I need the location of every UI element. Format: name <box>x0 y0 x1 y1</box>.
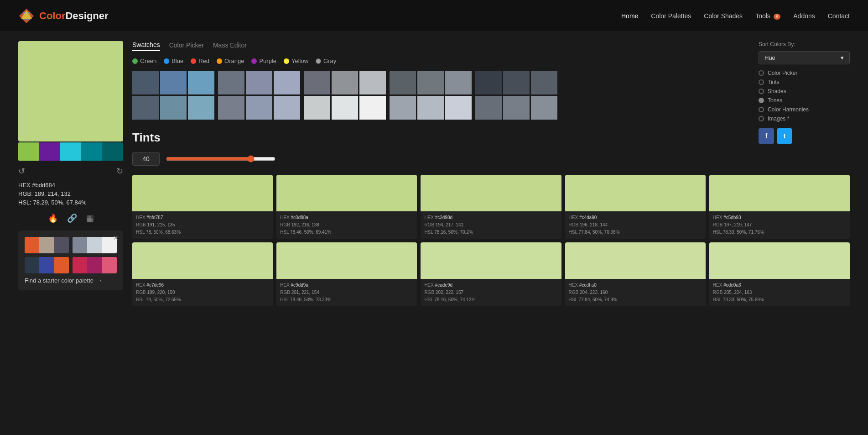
swatch-cell[interactable] <box>304 96 330 120</box>
tint-card-1[interactable]: HEX #bfd787 RGB 191, 215, 135 HSL 78, 50… <box>132 175 273 239</box>
nav-palettes[interactable]: Color Palettes <box>651 12 691 20</box>
swatch-cell[interactable] <box>246 96 272 120</box>
filter-gray[interactable]: Gray <box>316 58 336 64</box>
nav-home[interactable]: Home <box>621 12 638 20</box>
swatch-cell[interactable] <box>160 96 187 120</box>
tint-card-6[interactable]: HEX #c7dc96 RGB 199, 220, 150 HSL 78, 50… <box>132 242 273 306</box>
color-preview[interactable] <box>18 41 123 142</box>
tints-row-2: HEX #c7dc96 RGB 199, 220, 150 HSL 78, 50… <box>132 242 850 306</box>
swatch-1[interactable] <box>18 142 39 161</box>
filter-orange[interactable]: Orange <box>217 58 244 64</box>
swatch-cell[interactable] <box>475 71 502 94</box>
filter-blue[interactable]: Blue <box>164 58 183 64</box>
sort-option-color-picker[interactable]: Color Picker <box>759 70 850 76</box>
undo-button[interactable]: ↺ <box>18 166 25 176</box>
sort-option-images[interactable]: Images * <box>759 115 850 122</box>
twitter-button[interactable]: t <box>777 128 792 144</box>
tints-title: Tints <box>132 131 850 145</box>
swatch-cell[interactable] <box>132 96 159 120</box>
tools-badge: 8 <box>774 14 781 20</box>
swatch-cell[interactable] <box>188 96 214 120</box>
swatch-cell[interactable] <box>188 71 214 94</box>
swatch-4[interactable] <box>81 142 102 161</box>
starter-popup: ✕ <box>18 231 123 290</box>
swatch-cell[interactable] <box>274 71 300 94</box>
slider-value-display: 40 <box>132 152 160 166</box>
find-palette-link[interactable]: Find a starter color palette → <box>25 277 117 284</box>
palette-group-1[interactable] <box>25 237 69 253</box>
tint-card-2[interactable]: HEX #c0d88a RGB 192, 216, 138 HSL 78.46,… <box>276 175 417 239</box>
filter-green[interactable]: Green <box>132 58 156 64</box>
palette-row-2 <box>25 257 117 273</box>
palette-group-4[interactable] <box>73 257 117 273</box>
nav-contact[interactable]: Contact <box>828 12 850 20</box>
swatch-cell[interactable] <box>531 96 557 120</box>
swatch-cell[interactable] <box>359 96 386 120</box>
swatch-cell[interactable] <box>218 96 244 120</box>
table-icon[interactable]: ▦ <box>86 213 94 223</box>
tint-card-7[interactable]: HEX #c9dd9a RGB 201, 221, 154 HSL 78.46,… <box>276 242 417 306</box>
sort-option-tints[interactable]: Tints <box>759 79 850 85</box>
sort-panel: Sort Colors By: Hue ▾ Color Picker Tints… <box>759 41 850 144</box>
palette-group-3[interactable] <box>25 257 69 273</box>
popup-close-button[interactable]: ✕ <box>113 234 119 241</box>
tab-mass-editor[interactable]: Mass Editor <box>213 42 247 51</box>
swatch-cell[interactable] <box>304 71 330 94</box>
tab-swatches[interactable]: Swatches <box>132 41 160 51</box>
filter-yellow[interactable]: Yellow <box>284 58 308 64</box>
swatch-cell[interactable] <box>132 71 159 94</box>
palette-group-2[interactable] <box>73 237 117 253</box>
tint-card-3[interactable]: HEX #c2d98d RGB 194, 217, 141 HSL 78.16,… <box>421 175 561 239</box>
facebook-button[interactable]: f <box>759 128 774 144</box>
nav-tools[interactable]: Tools 8 <box>755 12 780 20</box>
sort-option-harmonies[interactable]: Color Harmonies <box>759 106 850 113</box>
swatch-cell[interactable] <box>359 71 386 94</box>
sort-option-tones[interactable]: Tones <box>759 97 850 104</box>
slider-container: 40 <box>132 152 850 166</box>
swatches-top-section <box>132 71 850 120</box>
nav-shades[interactable]: Color Shades <box>704 12 743 20</box>
action-icons: 🔥 🔗 ▦ <box>18 213 123 223</box>
tints-slider[interactable] <box>166 155 275 162</box>
right-panel: Swatches Color Picker Mass Editor Green … <box>132 41 850 310</box>
swatch-cell[interactable] <box>503 96 530 120</box>
swatch-cell[interactable] <box>445 96 472 120</box>
tint-card-9[interactable]: HEX #ccdf a0 RGB 204, 223, 160 HSL 77.84… <box>565 242 706 306</box>
hsl-value: HSL: 78.29, 50%, 67.84% <box>18 199 123 206</box>
swatch-cell[interactable] <box>218 71 244 94</box>
rgb-value: RGB: 189, 214, 132 <box>18 190 123 197</box>
tab-color-picker[interactable]: Color Picker <box>169 42 204 51</box>
swatch-cell[interactable] <box>246 71 272 94</box>
swatch-2[interactable] <box>39 142 60 161</box>
filter-red[interactable]: Red <box>191 58 209 64</box>
logo: ColorDesigner <box>18 8 109 24</box>
sort-radio-group: Color Picker Tints Shades Tones Color Ha… <box>759 70 850 122</box>
tint-card-10[interactable]: HEX #cde0a3 RGB 205, 224, 163 HSL 78.33,… <box>709 242 850 306</box>
swatch-cell[interactable] <box>475 96 502 120</box>
swatch-cell[interactable] <box>390 71 416 94</box>
nav-addons[interactable]: Addons <box>793 12 815 20</box>
swatch-cell[interactable] <box>160 71 187 94</box>
tint-card-4[interactable]: HEX #c4da90 RGB 196, 218, 144 HSL 77.84,… <box>565 175 706 239</box>
sort-dropdown[interactable]: Hue ▾ <box>759 51 850 64</box>
swatch-cell[interactable] <box>332 96 358 120</box>
fire-icon[interactable]: 🔥 <box>48 213 58 223</box>
redo-button[interactable]: ↻ <box>116 166 123 176</box>
link-icon[interactable]: 🔗 <box>67 213 77 223</box>
swatch-cell[interactable] <box>417 71 444 94</box>
tint-card-8[interactable]: HEX #cade9d RGB 202, 222, 157 HSL 78.16,… <box>421 242 561 306</box>
swatch-3[interactable] <box>60 142 81 161</box>
swatch-cell[interactable] <box>503 71 530 94</box>
swatch-5[interactable] <box>102 142 123 161</box>
tint-card-5[interactable]: HEX #c5db93 RGB 197, 219, 147 HSL 78.33,… <box>709 175 850 239</box>
swatch-cell[interactable] <box>390 96 416 120</box>
social-buttons: f t <box>759 128 850 144</box>
filter-purple[interactable]: Purple <box>251 58 276 64</box>
swatch-cell[interactable] <box>332 71 358 94</box>
sort-option-shades[interactable]: Shades <box>759 88 850 94</box>
swatch-cell[interactable] <box>417 96 444 120</box>
swatch-cell[interactable] <box>531 71 557 94</box>
brand-name: ColorDesigner <box>39 10 109 22</box>
swatch-cell[interactable] <box>445 71 472 94</box>
swatch-cell[interactable] <box>274 96 300 120</box>
